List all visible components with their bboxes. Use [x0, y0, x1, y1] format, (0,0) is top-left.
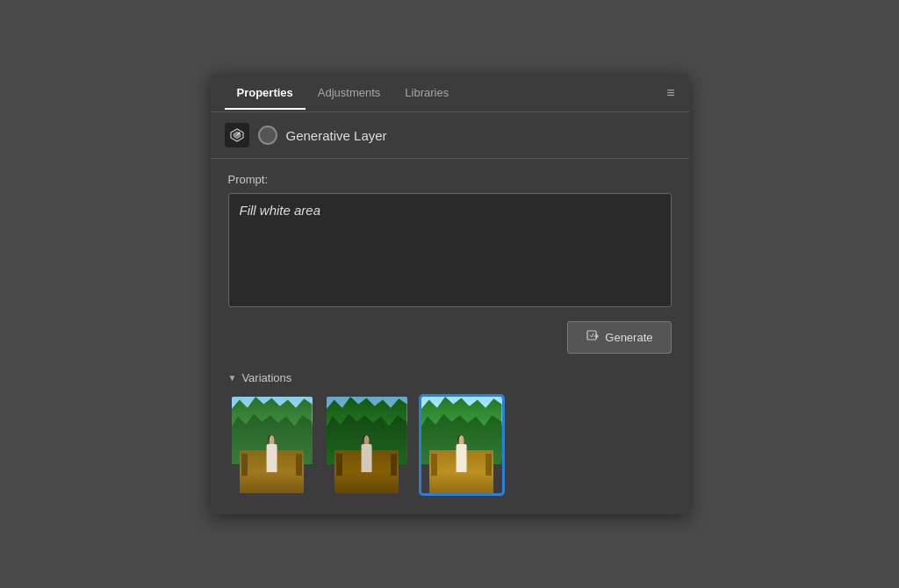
panel-body: Prompt: Fill white area Generate ▼ Varia…: [211, 159, 689, 514]
generate-row: Generate: [228, 321, 672, 354]
tab-bar: Properties Adjustments Libraries ≡: [211, 74, 689, 112]
variation-thumbnail-1[interactable]: [232, 397, 313, 493]
generative-layer-icon: [225, 123, 249, 147]
thumbnails-row: [228, 397, 672, 493]
properties-panel: Properties Adjustments Libraries ≡ Gener…: [211, 74, 689, 514]
layer-title: Generative Layer: [286, 128, 387, 143]
variations-chevron-icon: ▼: [228, 373, 237, 383]
tab-libraries[interactable]: Libraries: [392, 77, 461, 110]
variation-thumbnail-3[interactable]: [421, 397, 502, 493]
generate-button[interactable]: Generate: [567, 321, 671, 354]
tab-adjustments[interactable]: Adjustments: [306, 77, 393, 110]
panel-menu-icon[interactable]: ≡: [666, 86, 674, 100]
prompt-textarea[interactable]: Fill white area: [228, 193, 672, 307]
prompt-label: Prompt:: [228, 173, 672, 186]
tab-properties[interactable]: Properties: [225, 77, 306, 110]
svg-point-2: [238, 133, 240, 134]
layer-header: Generative Layer: [211, 112, 689, 159]
variations-label: Variations: [241, 371, 291, 384]
generate-button-label: Generate: [605, 331, 652, 344]
variation-thumbnail-2[interactable]: [327, 397, 407, 493]
generate-icon: [586, 329, 600, 346]
layer-mask-icon: [258, 125, 277, 145]
variations-header[interactable]: ▼ Variations: [228, 371, 672, 384]
svg-rect-3: [587, 331, 596, 340]
